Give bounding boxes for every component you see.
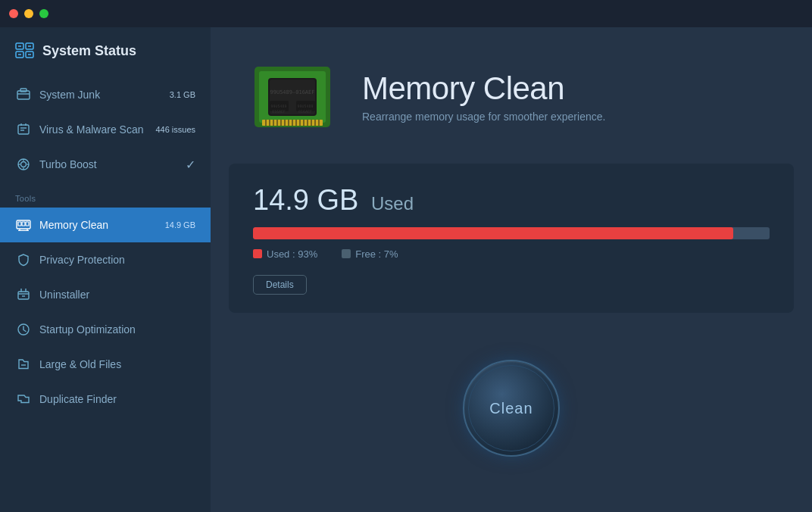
stats-section: 14.9 GB Used Used : 93% Free : 7% Detail… — [229, 164, 794, 313]
used-dot — [253, 249, 262, 258]
sidebar-item-turbo-boost[interactable]: Turbo Boost ✓ — [0, 147, 211, 182]
main-content: 99U5489—016AEF 99U5489 016AEF 99U5489 01… — [211, 0, 812, 512]
clean-button[interactable]: Clean — [463, 360, 560, 457]
progress-legend: Used : 93% Free : 7% — [253, 248, 770, 260]
sidebar-item-duplicate-finder[interactable]: Duplicate Finder — [0, 382, 211, 417]
duplicate-finder-label: Duplicate Finder — [39, 393, 195, 405]
free-dot — [342, 249, 351, 258]
clean-section: Clean — [211, 313, 812, 512]
uninstaller-icon — [15, 286, 32, 303]
svg-rect-11 — [18, 125, 29, 134]
legend-free-label: Free : 7% — [355, 248, 398, 260]
svg-rect-24 — [22, 222, 25, 226]
svg-rect-23 — [18, 222, 21, 226]
memory-clean-label: Memory Clean — [39, 219, 165, 231]
sidebar-item-privacy-protection[interactable]: Privacy Protection — [0, 242, 211, 277]
memory-progress-bar — [253, 227, 770, 239]
svg-text:99U5489: 99U5489 — [270, 104, 286, 108]
svg-text:016AEF: 016AEF — [272, 109, 286, 114]
sidebar-header: System Status — [0, 27, 211, 77]
maximize-button[interactable] — [39, 9, 48, 18]
details-button[interactable]: Details — [253, 275, 307, 295]
hero-title: Memory Clean — [362, 71, 605, 106]
system-junk-icon — [15, 86, 32, 103]
startup-optimization-icon — [15, 321, 32, 338]
sidebar-item-uninstaller[interactable]: Uninstaller — [0, 277, 211, 312]
svg-point-17 — [21, 162, 27, 167]
sidebar-item-large-old-files[interactable]: Large & Old Files — [0, 347, 211, 382]
svg-text:99U5489—016AEF: 99U5489—016AEF — [270, 89, 314, 95]
large-old-files-label: Large & Old Files — [39, 358, 195, 370]
startup-optimization-label: Startup Optimization — [39, 323, 195, 336]
legend-used: Used : 93% — [253, 248, 317, 260]
clean-button-label: Clean — [489, 400, 532, 417]
system-junk-badge: 3.1 GB — [170, 90, 195, 99]
memory-progress-fill — [253, 227, 733, 239]
hero-section: 99U5489—016AEF 99U5489 016AEF 99U5489 01… — [211, 27, 812, 164]
hero-subtitle: Rearrange memory usage for smoother expe… — [362, 111, 605, 123]
sidebar-title: System Status — [42, 43, 136, 59]
duplicate-finder-icon — [15, 391, 32, 407]
turbo-boost-check: ✓ — [186, 158, 195, 172]
hero-text: Memory Clean Rearrange memory usage for … — [362, 71, 605, 123]
system-junk-label: System Junk — [39, 89, 170, 101]
memory-gb-value: 14.9 — [253, 184, 309, 216]
svg-rect-29 — [18, 292, 29, 299]
memory-clean-icon — [15, 217, 32, 233]
legend-used-label: Used : 93% — [267, 248, 317, 260]
sidebar-item-virus-scan[interactable]: Virus & Malware Scan 446 issues — [0, 112, 211, 147]
memory-gb-unit: GB — [317, 184, 359, 216]
svg-text:99U5489: 99U5489 — [297, 104, 313, 108]
legend-free: Free : 7% — [342, 248, 398, 260]
turbo-boost-label: Turbo Boost — [39, 158, 186, 170]
memory-used-label: 14.9 GB Used — [253, 185, 770, 217]
svg-rect-10 — [20, 89, 27, 92]
titlebar — [0, 0, 812, 27]
uninstaller-label: Uninstaller — [39, 289, 195, 301]
virus-scan-label: Virus & Malware Scan — [39, 123, 155, 136]
turbo-boost-icon — [15, 156, 32, 173]
large-old-files-icon — [15, 356, 32, 373]
memory-chip-icon: 99U5489—016AEF 99U5489 016AEF 99U5489 01… — [247, 52, 338, 142]
sidebar-item-memory-clean[interactable]: Memory Clean 14.9 GB — [0, 208, 211, 242]
virus-scan-icon — [15, 121, 32, 138]
svg-rect-25 — [26, 222, 29, 226]
svg-text:016AEF: 016AEF — [298, 109, 312, 114]
sidebar-item-system-junk[interactable]: System Junk 3.1 GB — [0, 77, 211, 112]
sidebar: System Status System Junk 3.1 GB Virus &… — [0, 0, 211, 512]
system-status-icon — [15, 42, 35, 59]
memory-clean-badge: 14.9 GB — [165, 220, 195, 229]
memory-used-suffix: Used — [371, 193, 414, 214]
close-button[interactable] — [9, 9, 18, 18]
virus-scan-badge: 446 issues — [155, 125, 195, 134]
privacy-protection-label: Privacy Protection — [39, 254, 195, 266]
privacy-protection-icon — [15, 251, 32, 268]
minimize-button[interactable] — [24, 9, 33, 18]
tools-section-label: Tools — [0, 182, 211, 208]
clean-button-wrap: Clean — [462, 359, 561, 457]
sidebar-item-startup-optimization[interactable]: Startup Optimization — [0, 312, 211, 347]
